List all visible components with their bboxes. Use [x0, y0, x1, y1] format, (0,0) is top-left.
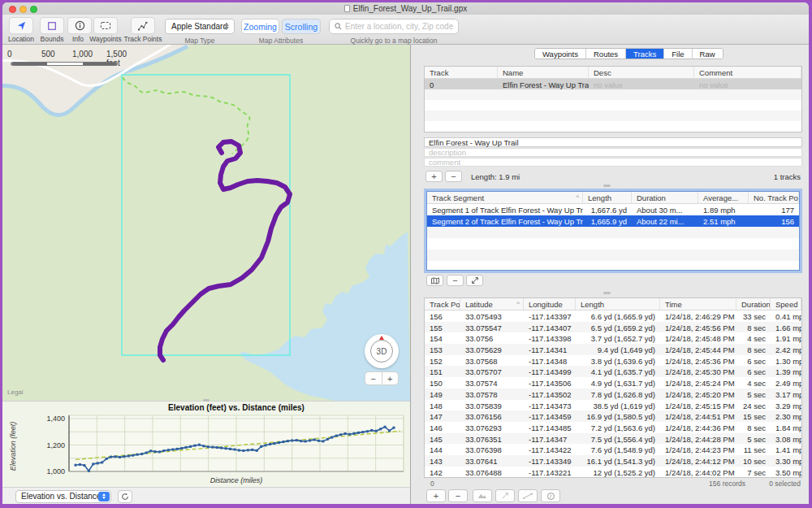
table-row[interactable]: 14933.07578-117.1435027.8 yd (1,626.8 yd…: [425, 389, 801, 400]
column-header[interactable]: Average...: [698, 192, 749, 203]
column-header[interactable]: Comment: [694, 67, 801, 78]
map-zoom-in-button[interactable]: +: [382, 371, 400, 385]
track-description-field[interactable]: description: [424, 148, 802, 157]
table-cell: Segment 1 of Track Elfin Forest - Way Up…: [427, 204, 583, 215]
add-track-button[interactable]: +: [425, 171, 443, 182]
table-cell: -117.143422: [524, 444, 576, 455]
data-point-marker: [274, 442, 276, 445]
column-header[interactable]: Speed: [771, 298, 801, 310]
column-header[interactable]: Longitude: [524, 298, 576, 310]
tab-waypoints[interactable]: Waypoints: [535, 49, 586, 59]
remove-point-button[interactable]: −: [448, 489, 468, 502]
table-cell: 1/24/18, 2:45:30 PM: [660, 366, 736, 377]
table-row[interactable]: Segment 2 of Track Elfin Forest - Way Up…: [427, 215, 799, 227]
legal-link[interactable]: Legal: [7, 389, 24, 396]
table-row[interactable]: 14633.076293-117.1434857.2 yd (1,563.6 y…: [425, 422, 801, 433]
tab-file[interactable]: File: [664, 49, 692, 59]
toolbar-item-location[interactable]: Location: [6, 17, 37, 43]
toolbar-item-waypoints[interactable]: Waypoints: [89, 17, 123, 43]
column-header[interactable]: Track Segment^: [427, 192, 583, 203]
table-row[interactable]: 15633.075493-117.1433976.6 yd (1,665.9 y…: [425, 310, 801, 322]
show-on-map-button[interactable]: [426, 275, 443, 286]
data-point-marker: [185, 446, 188, 449]
tab-routes[interactable]: Routes: [586, 49, 626, 59]
table-row[interactable]: Segment 1 of Track Elfin Forest - Way Up…: [427, 204, 799, 215]
table-cell: no value: [694, 79, 801, 89]
table-row[interactable]: 14833.075839-117.14347338.5 yd (1,619 yd…: [425, 400, 801, 411]
data-point-marker: [317, 440, 320, 442]
table-row[interactable]: 14533.076351-117.143477.5 yd (1,556.4 yd…: [425, 433, 801, 445]
toolbar-item-info[interactable]: Info: [67, 17, 89, 43]
data-point-marker: [388, 429, 391, 432]
tracks-count-label: 1 tracks: [774, 172, 801, 181]
column-header[interactable]: Desc: [589, 67, 694, 78]
add-point-button[interactable]: +: [426, 489, 446, 502]
column-header[interactable]: Time: [660, 298, 736, 310]
chart-refresh-button[interactable]: [118, 490, 132, 503]
table-filler-row: [425, 121, 801, 132]
search-input[interactable]: Enter a location, city, Zip code: [329, 19, 459, 34]
point-info-button[interactable]: i: [541, 489, 560, 502]
data-point-marker: [260, 445, 262, 448]
column-header[interactable]: Length: [576, 298, 660, 310]
table-row[interactable]: 15533.075547-117.1434076.5 yd (1,659.2 y…: [425, 322, 801, 333]
column-header[interactable]: Length: [583, 192, 632, 203]
track-name-field[interactable]: Elfin Forest - Way Up Trail: [424, 137, 802, 147]
data-point-marker: [225, 447, 227, 449]
split-tool-button[interactable]: [495, 489, 515, 502]
table-row[interactable]: 14433.076398-117.1434227.6 yd (1,548.9 y…: [425, 444, 801, 455]
smooth-tool-button[interactable]: [518, 489, 538, 502]
table-row[interactable]: 14233.076488-117.14322112 yd (1,525.2 yd…: [425, 467, 801, 478]
table-filler-row: [427, 261, 799, 271]
remove-segment-button[interactable]: −: [447, 275, 464, 286]
toolbar-item-bounds[interactable]: Bounds: [38, 17, 66, 43]
table-cell: [698, 250, 749, 261]
table-cell: 6 sec: [736, 355, 771, 367]
zooming-button[interactable]: Zooming: [241, 19, 279, 34]
chart-type-dropdown[interactable]: Elevation vs. Distance: [15, 490, 111, 503]
table-row[interactable]: 14333.07641-117.14334916.1 yd (1,541.3 y…: [425, 455, 801, 467]
scrolling-button[interactable]: Scrolling: [282, 19, 321, 34]
map-zoom-out-button[interactable]: −: [365, 371, 382, 385]
table-row[interactable]: 15033.07574-117.1435064.9 yd (1,631.7 yd…: [425, 377, 801, 389]
column-header[interactable]: Duration: [632, 192, 698, 203]
y-axis-label: Elevation (feet): [9, 422, 17, 471]
remove-track-button[interactable]: −: [445, 171, 462, 182]
compass-3d-control[interactable]: 3D: [365, 334, 399, 368]
scale-label: 0: [7, 50, 12, 59]
map-view[interactable]: 05001,0001,500 feet 3D − + Legal: [2, 45, 410, 401]
data-point-marker: [242, 449, 244, 452]
tab-raw[interactable]: Raw: [693, 49, 723, 59]
table-row[interactable]: 15333.075629-117.143419.4 yd (1,649 yd)1…: [425, 344, 801, 355]
table-filler-row: [425, 89, 801, 100]
table-row[interactable]: 15133.075707-117.1434994.1 yd (1,635.7 y…: [425, 366, 801, 377]
tab-tracks[interactable]: Tracks: [626, 49, 664, 59]
data-point-marker: [344, 432, 347, 435]
track-comment-field[interactable]: comment: [424, 158, 802, 167]
column-header[interactable]: Track Point: [425, 298, 460, 310]
table-row[interactable]: 15233.07568-117.143483.8 yd (1,639.6 yd)…: [425, 355, 801, 367]
map-type-dropdown[interactable]: Apple Standard: [165, 19, 235, 34]
merge-segments-button[interactable]: [466, 275, 483, 286]
data-point-marker: [384, 426, 387, 428]
table-cell: -117.143349: [524, 455, 576, 467]
table-row[interactable]: 14733.076156-117.14345916.9 yd (1,580.5 …: [425, 410, 801, 422]
toolbar-item-track-points[interactable]: Track Points: [123, 17, 163, 43]
column-header[interactable]: Duration: [736, 298, 771, 310]
table-cell: 1.39 mph: [771, 366, 801, 377]
table-row[interactable]: 15433.0756-117.1433983.7 yd (1,652.7 yd)…: [425, 332, 801, 344]
table-cell: 1/24/18, 2:45:24 PM: [660, 377, 736, 389]
column-header[interactable]: Track: [425, 67, 498, 78]
status-left: 0: [430, 480, 434, 488]
column-header[interactable]: No. Track Points: [749, 192, 799, 203]
splitter-handle[interactable]: [203, 399, 209, 402]
track-table: TrackNameDescComment0Elfin Forest - Way …: [424, 66, 802, 132]
column-header[interactable]: Latitude^: [460, 298, 524, 310]
splitter-handle[interactable]: [603, 292, 611, 294]
screen-frame: Elfin_Forest_Way_Up_Trail.gpx LocationBo…: [0, 0, 812, 508]
column-header[interactable]: Name: [498, 67, 589, 78]
splitter-handle[interactable]: [603, 185, 611, 187]
sort-ascending-icon: ^: [576, 193, 579, 201]
elevation-tool-button[interactable]: [473, 489, 492, 502]
table-row[interactable]: 0Elfin Forest - Way Up Trailno valueno v…: [425, 79, 801, 89]
